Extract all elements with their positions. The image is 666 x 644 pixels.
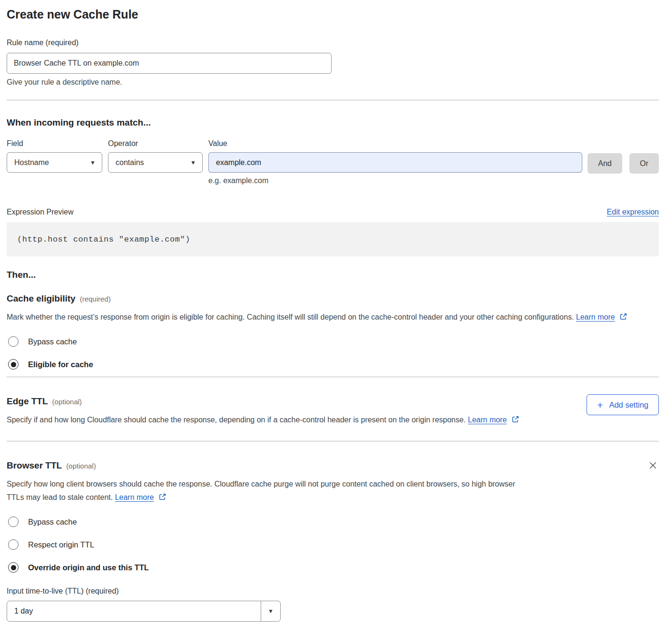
radio-circle-checked: [8, 359, 19, 370]
ttl-select-value: 1 day: [7, 601, 261, 621]
edge-ttl-description: Specify if and how long Cloudflare shoul…: [7, 413, 530, 427]
page-title: Create new Cache Rule: [7, 8, 659, 21]
chevron-down-icon: ▼: [90, 160, 96, 166]
ttl-input-label: Input time-to-live (TTL) (required): [7, 587, 659, 595]
field-select[interactable]: Hostname ▼: [7, 152, 102, 173]
field-label: Field: [7, 139, 102, 148]
operator-label: Operator: [108, 139, 203, 148]
learn-more-link[interactable]: Learn more: [468, 416, 507, 424]
radio-circle-unchecked: [8, 539, 19, 550]
rule-name-label: Rule name (required): [7, 39, 659, 47]
browser-ttl-description: Specify how long client browsers should …: [7, 478, 530, 504]
learn-more-link[interactable]: Learn more: [576, 313, 615, 321]
expression-preview-label: Expression Preview: [7, 208, 74, 216]
ttl-select[interactable]: 1 day ▼: [7, 601, 281, 622]
optional-badge: (optional): [66, 462, 96, 470]
value-label: Value: [208, 139, 582, 148]
external-link-icon: [158, 493, 166, 501]
radio-circle-unchecked: [8, 517, 19, 527]
ttl-select-arrow[interactable]: ▼: [261, 601, 280, 621]
radio-browser-bypass-cache[interactable]: Bypass cache: [7, 517, 659, 527]
cache-eligibility-description: Mark whether the request’s response from…: [7, 311, 644, 324]
match-row: Field Hostname ▼ Operator contains ▼ Val…: [7, 139, 659, 185]
match-heading: When incoming requests match...: [7, 117, 659, 128]
edge-ttl-title: Edge TTL: [7, 396, 48, 407]
value-input[interactable]: [208, 152, 582, 173]
browser-ttl-title: Browser TTL: [7, 460, 62, 471]
optional-badge: (optional): [52, 398, 82, 406]
radio-circle-unchecked: [8, 336, 19, 347]
chevron-down-icon: ▼: [268, 608, 274, 614]
chevron-down-icon: ▼: [190, 160, 196, 166]
radio-eligible-for-cache[interactable]: Eligible for cache: [7, 359, 659, 370]
and-button[interactable]: And: [588, 153, 622, 174]
external-link-icon: [511, 415, 519, 423]
rule-name-help: Give your rule a descriptive name.: [7, 78, 659, 87]
edit-expression-link[interactable]: Edit expression: [607, 208, 659, 216]
learn-more-link[interactable]: Learn more: [115, 493, 154, 501]
radio-circle-checked: [8, 562, 19, 573]
divider: [7, 377, 659, 377]
divider: [7, 441, 659, 441]
operator-select-value: contains: [116, 158, 144, 167]
required-badge: (required): [80, 295, 111, 303]
field-select-value: Hostname: [14, 158, 49, 167]
then-heading: Then...: [7, 270, 659, 280]
radio-respect-origin-ttl[interactable]: Respect origin TTL: [7, 539, 659, 550]
add-setting-button[interactable]: + Add setting: [587, 394, 659, 415]
radio-bypass-cache[interactable]: Bypass cache: [7, 336, 659, 347]
or-button[interactable]: Or: [629, 153, 659, 174]
rule-name-input[interactable]: [7, 53, 332, 74]
external-link-icon: [619, 312, 627, 321]
cache-eligibility-title: Cache eligibility: [7, 293, 76, 304]
expression-code-block: (http.host contains "example.com"): [7, 222, 659, 256]
plus-icon: +: [597, 400, 603, 410]
expression-code: (http.host contains "example.com"): [17, 235, 190, 244]
radio-override-origin-ttl[interactable]: Override origin and use this TTL: [7, 562, 659, 573]
value-help: e.g. example.com: [208, 176, 582, 185]
close-browser-ttl-button[interactable]: [647, 459, 659, 473]
divider: [7, 100, 659, 100]
close-icon: [648, 460, 658, 470]
operator-select[interactable]: contains ▼: [108, 152, 203, 173]
